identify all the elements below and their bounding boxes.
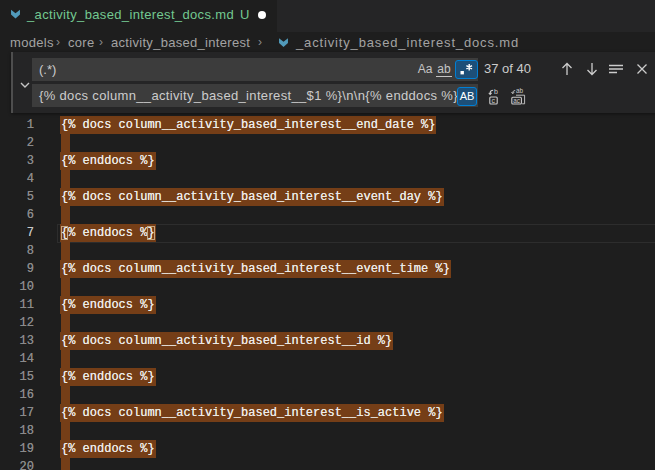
svg-text:ab: ab [516,88,524,94]
svg-text:c: c [491,97,495,104]
svg-text:b: b [494,88,498,95]
svg-text:ac: ac [513,97,521,104]
